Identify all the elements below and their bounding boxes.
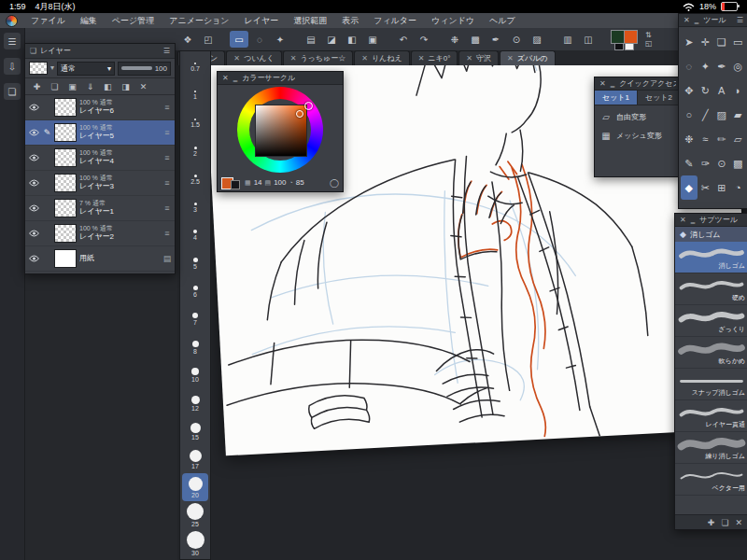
eyedropper-icon[interactable]: ✒	[486, 31, 505, 48]
brush-size-option[interactable]: 2	[182, 137, 208, 165]
delete-subtool-icon[interactable]: ✕	[735, 518, 742, 527]
tool-rotate-canvas-icon[interactable]: ↻	[698, 78, 714, 103]
menu-item[interactable]: 編集	[73, 15, 105, 27]
fill-bucket-icon[interactable]: ◧	[343, 31, 361, 48]
tool-tone-icon[interactable]: ▩	[730, 151, 747, 175]
panel-menu-icon[interactable]: ☰	[737, 16, 743, 24]
brush-size-option[interactable]: 2.5	[182, 165, 208, 193]
subtool-item[interactable]: 練り消しゴム	[675, 432, 747, 464]
delete-layer-icon[interactable]: ✕	[135, 80, 151, 93]
brush-size-option[interactable]: 0.7	[182, 53, 208, 81]
menu-item[interactable]: ウィンドウ	[424, 15, 482, 27]
visibility-eye-icon[interactable]	[28, 255, 40, 262]
frame-border-icon[interactable]: ▣	[363, 31, 382, 48]
blend-thumbnail-dropdown[interactable]	[29, 62, 48, 75]
tool-eyedropper-icon[interactable]: ✒	[713, 54, 730, 78]
rect-select-icon[interactable]: ▭	[230, 31, 248, 48]
brush-size-option[interactable]: 30	[182, 529, 208, 557]
menu-item[interactable]: フィルター	[366, 15, 424, 27]
visibility-eye-icon[interactable]	[28, 154, 40, 161]
quick-share-icon[interactable]: ⇩	[4, 58, 21, 75]
layer-menu-icon[interactable]: ≡	[162, 178, 172, 188]
brush-size-option[interactable]: 1.5	[182, 109, 208, 137]
layer-menu-icon[interactable]: ≡	[162, 203, 172, 213]
redo-icon[interactable]: ↷	[415, 31, 433, 48]
tool-gauge-icon[interactable]: ◔	[730, 175, 747, 200]
main-color-swatch[interactable]	[611, 30, 625, 44]
panel-menu-icon[interactable]: ☰	[163, 47, 170, 55]
auto-select-icon[interactable]: ✦	[271, 31, 289, 48]
layer-row[interactable]: 用紙 ▤	[25, 246, 175, 272]
brush-size-option[interactable]: 15	[182, 417, 208, 445]
menu-item[interactable]: ヘルプ	[482, 15, 523, 27]
menu-item[interactable]: アニメーション	[162, 15, 236, 27]
close-icon[interactable]: ✕	[222, 75, 229, 82]
quick-access-tab[interactable]: セット1	[595, 91, 638, 105]
color-mode-toggle-icon[interactable]: ◯	[330, 178, 339, 188]
tool-hand-icon[interactable]: ✥	[681, 78, 698, 103]
subtool-item[interactable]: レイヤー貫通	[675, 400, 747, 432]
layer-row[interactable]: 7 % 通常レイヤー1 ≡	[25, 196, 175, 221]
blend-mode-select[interactable]: 通常 ▾	[57, 62, 115, 76]
merge-down-icon[interactable]: ⇓	[82, 80, 98, 93]
layer-row[interactable]: 100 % 通常レイヤー2 ≡	[25, 221, 175, 246]
brush-size-option[interactable]: 6	[182, 277, 208, 305]
snap-ruler-icon[interactable]: ◫	[579, 31, 598, 48]
layer-thumbnail[interactable]	[54, 98, 77, 117]
layer-mask-icon[interactable]: ◧	[100, 80, 116, 93]
tool-text-icon[interactable]: A	[713, 78, 730, 103]
layer-thumbnail[interactable]	[54, 123, 77, 142]
canvas-tab[interactable]: ✕ニキ0°	[411, 50, 458, 65]
subtool-item[interactable]: ざっくり	[675, 305, 747, 337]
canvas-tab[interactable]: ✕ズバルの	[500, 50, 555, 65]
color-swatches[interactable]	[610, 29, 640, 49]
layer-row[interactable]: 100 % 通常レイヤー4 ≡	[25, 146, 175, 171]
tool-fill-icon[interactable]: ▰	[730, 103, 747, 127]
minimize-icon[interactable]: ‗	[691, 217, 695, 224]
tool-airbrush-icon[interactable]: ⊙	[713, 151, 730, 175]
visibility-eye-icon[interactable]	[28, 179, 40, 187]
subtool-item[interactable]: ベクター用	[675, 464, 747, 496]
canvas-tab[interactable]: ✕守沢	[458, 50, 499, 65]
subtool-item[interactable]: 硬め	[675, 273, 747, 305]
layer-thumbnail[interactable]	[54, 174, 77, 192]
canvas-tab[interactable]: ✕うっちゅー☆	[283, 50, 353, 65]
minimize-icon[interactable]: ‗	[233, 75, 237, 82]
subtool-item[interactable]: スナップ消しゴム	[675, 369, 747, 400]
tool-blend-icon[interactable]: ≈	[698, 127, 714, 151]
layer-menu-icon[interactable]: ≡	[162, 153, 172, 162]
subtool-group-header[interactable]: ◆ 消しゴム	[675, 227, 747, 242]
brush-size-option[interactable]: 12	[182, 389, 208, 417]
add-subtool-icon[interactable]: ✚	[708, 518, 715, 527]
canvas-tab[interactable]: ✕りんねえ	[354, 50, 409, 65]
current-color-swatch[interactable]	[221, 176, 242, 189]
layer-menu-icon[interactable]: ≡	[162, 103, 172, 112]
duplicate-layer-icon[interactable]: ▣	[64, 80, 80, 93]
white-color-swatch[interactable]	[625, 43, 634, 50]
menu-item[interactable]: ファイル	[23, 15, 73, 27]
tool-frame-icon[interactable]: ⊞	[713, 175, 730, 200]
minimize-icon[interactable]: ‗	[611, 80, 614, 88]
tool-lasso-icon[interactable]: ◌	[681, 54, 698, 78]
layer-menu-icon[interactable]: ≡	[162, 229, 172, 238]
close-icon[interactable]: ✕	[418, 54, 425, 63]
tool-layer-select-icon[interactable]: ❏	[713, 30, 730, 54]
layer-row[interactable]: 100 % 通常レイヤー3 ≡	[25, 171, 175, 196]
workspace-menu-icon[interactable]: ☰	[4, 33, 21, 49]
brush-size-option[interactable]: 4	[182, 221, 208, 249]
menu-item[interactable]: 表示	[334, 15, 366, 27]
subtool-item[interactable]: 消しゴム	[675, 242, 747, 273]
mesh-transform-icon[interactable]: ◰	[199, 31, 218, 48]
gradient-icon[interactable]: ◪	[322, 31, 341, 48]
sv-marker[interactable]	[296, 110, 303, 118]
tool-ruler-icon[interactable]: ╱	[698, 103, 714, 127]
layer-row[interactable]: ✎ 100 % 通常レイヤー5 ≡	[25, 120, 175, 146]
opacity-slider[interactable]	[121, 66, 152, 70]
brush-size-option[interactable]: 17	[182, 445, 208, 473]
tool-pencil-icon[interactable]: ✏	[713, 127, 730, 151]
visibility-eye-icon[interactable]	[28, 129, 40, 136]
subtool-item[interactable]: 軟らかめ	[675, 337, 747, 369]
brush-size-option[interactable]: 1	[182, 81, 208, 109]
new-folder-icon[interactable]: ❏	[47, 80, 63, 93]
quick-access-tab[interactable]: セット2	[638, 91, 681, 105]
